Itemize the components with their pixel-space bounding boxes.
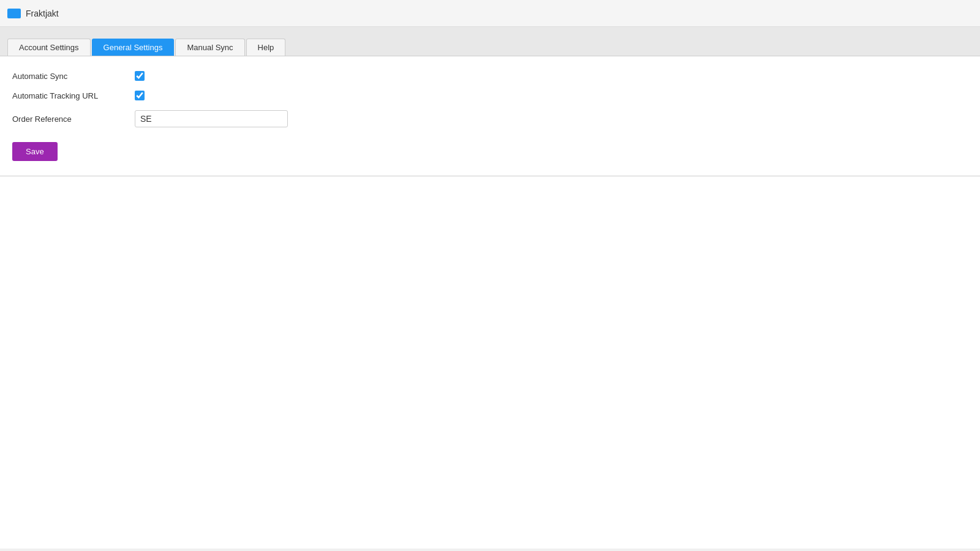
tab-help[interactable]: Help — [246, 39, 286, 56]
general-settings-panel: Automatic Sync Automatic Tracking URL Or… — [0, 56, 980, 176]
app-title: Fraktjakt — [26, 9, 59, 18]
tab-bar: Account Settings General Settings Manual… — [0, 27, 980, 56]
automatic-tracking-url-row: Automatic Tracking URL — [12, 91, 968, 100]
save-button[interactable]: Save — [12, 142, 58, 161]
automatic-sync-label: Automatic Sync — [12, 72, 135, 81]
top-bar: Fraktjakt — [0, 0, 980, 27]
automatic-sync-checkbox[interactable] — [135, 71, 145, 81]
order-reference-label: Order Reference — [12, 114, 135, 124]
tab-account-settings[interactable]: Account Settings — [7, 39, 91, 56]
app-logo-icon — [7, 9, 21, 18]
automatic-tracking-url-label: Automatic Tracking URL — [12, 91, 135, 100]
empty-area — [0, 176, 980, 549]
order-reference-input[interactable] — [135, 110, 288, 127]
tab-general-settings[interactable]: General Settings — [92, 39, 175, 56]
order-reference-row: Order Reference — [12, 110, 968, 127]
automatic-tracking-url-checkbox[interactable] — [135, 91, 145, 100]
tab-manual-sync[interactable]: Manual Sync — [175, 39, 244, 56]
automatic-sync-row: Automatic Sync — [12, 71, 968, 81]
